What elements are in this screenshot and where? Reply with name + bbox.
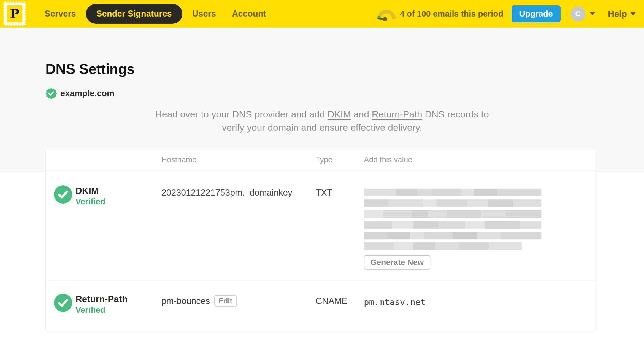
usage-counter: 4 of 100 emails this period (400, 9, 503, 18)
nav-item-users[interactable]: Users (186, 4, 222, 24)
header-hostname: Hostname (161, 155, 316, 164)
dkim-link[interactable]: DKIM (328, 109, 351, 119)
chevron-down-icon (630, 12, 636, 15)
logo-letter: P (10, 7, 20, 20)
redacted-value-line (364, 221, 541, 229)
return-path-label-text: Return-Path Verified (75, 294, 128, 315)
return-path-hostname-cell: pm-bounces Edit (161, 294, 316, 315)
primary-nav: Servers Sender Signatures Users Account (39, 4, 272, 24)
return-path-record-row: Return-Path Verified pm-bounces Edit CNA… (46, 281, 596, 331)
redacted-value-line (364, 232, 541, 239)
chevron-down-icon (590, 12, 595, 15)
postmark-logo[interactable]: P (4, 3, 25, 25)
intro-part: verify your domain and ensure effective … (222, 122, 422, 133)
dkim-value-cell: Generate New (364, 185, 596, 270)
dkim-type: TXT (316, 185, 364, 270)
redacted-dkim-value (364, 189, 541, 250)
top-nav: P Servers Sender Signatures Users Accoun… (0, 0, 644, 28)
nav-item-account[interactable]: Account (226, 4, 272, 24)
upgrade-button[interactable]: Upgrade (512, 5, 561, 22)
status-badge: Verified (75, 196, 105, 207)
verified-check-icon (54, 294, 72, 312)
intro-part: Head over to your DNS provider and add (155, 109, 328, 119)
account-menu[interactable]: C (570, 6, 595, 21)
dns-settings-page: DNS Settings example.com Head over to yo… (0, 28, 644, 337)
record-name: Return-Path (75, 294, 128, 305)
verified-check-icon (54, 185, 72, 204)
header-type: Type (316, 155, 364, 164)
domain-name: example.com (60, 89, 114, 98)
nav-right-group: 4 of 100 emails this period Upgrade C He… (377, 5, 636, 22)
return-path-hostname: pm-bounces (161, 296, 210, 306)
record-name: DKIM (75, 185, 105, 196)
return-path-value: pm.mtasv.net (364, 297, 426, 307)
page-title: DNS Settings (45, 28, 644, 77)
redacted-value-line (364, 210, 541, 218)
return-path-type: CNAME (316, 294, 364, 315)
help-menu[interactable]: Help (608, 9, 636, 19)
dkim-hostname: 20230121221753pm._domainkey (161, 185, 316, 270)
dkim-label-text: DKIM Verified (75, 185, 105, 207)
generate-new-button[interactable]: Generate New (364, 255, 430, 270)
domain-row: example.com (45, 88, 644, 99)
avatar: C (570, 6, 585, 21)
nav-item-sender-signatures[interactable]: Sender Signatures (86, 4, 182, 24)
usage-gauge-icon (377, 7, 396, 21)
redacted-value-line (364, 199, 541, 207)
header-add-this-value: Add this value (364, 155, 596, 164)
status-badge: Verified (75, 305, 128, 315)
help-label: Help (608, 9, 627, 19)
postmark-stamp-icon: P (7, 5, 22, 22)
intro-text: Head over to your DNS provider and add D… (143, 108, 501, 134)
redacted-value-line (364, 189, 541, 196)
redacted-value-line (364, 242, 522, 250)
return-path-label-cell: Return-Path Verified (46, 294, 161, 315)
dns-records-card: Hostname Type Add this value DKIM Verifi… (45, 148, 596, 331)
edit-button[interactable]: Edit (214, 295, 237, 307)
nav-item-servers[interactable]: Servers (39, 4, 82, 24)
intro-part: DNS records to (422, 109, 489, 119)
intro-part: and (351, 109, 372, 119)
verified-seal-icon (45, 88, 57, 99)
return-path-link[interactable]: Return-Path (372, 109, 422, 119)
return-path-value-cell: pm.mtasv.net (364, 294, 596, 315)
dkim-label-cell: DKIM Verified (46, 185, 161, 270)
table-header-row: Hostname Type Add this value (46, 148, 596, 171)
dkim-record-row: DKIM Verified 20230121221753pm._domainke… (46, 171, 596, 281)
